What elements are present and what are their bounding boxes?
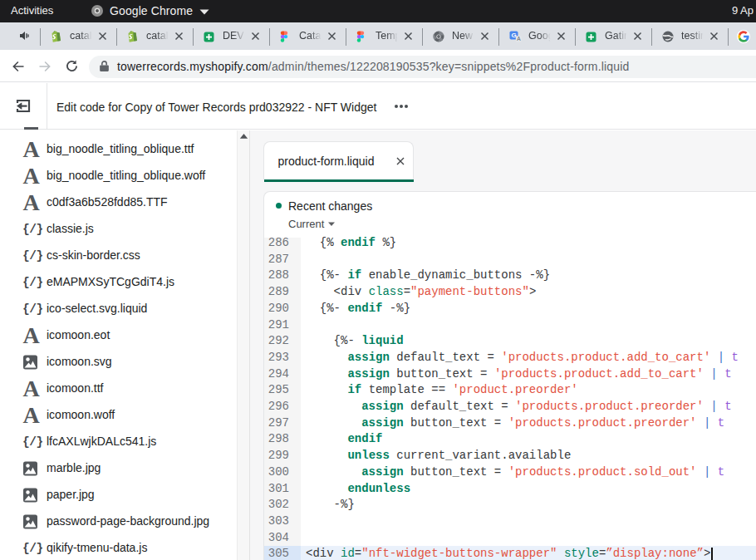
svg-text:A: A xyxy=(517,36,521,42)
